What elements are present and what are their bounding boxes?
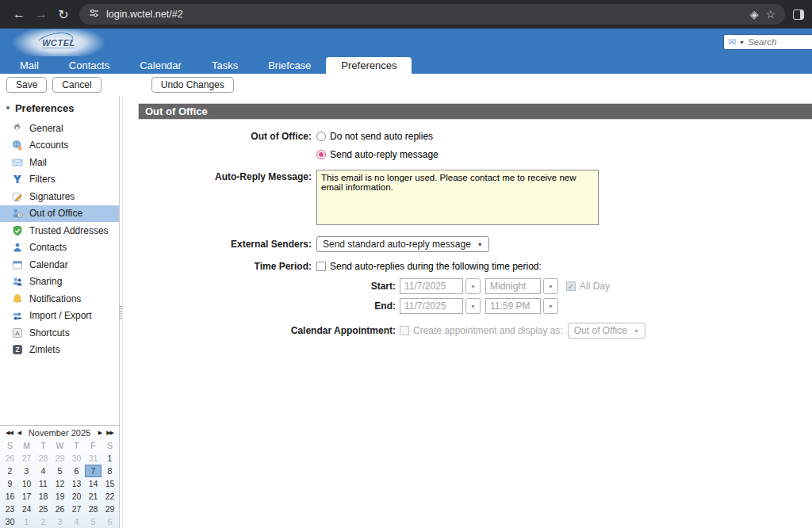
sidebar-tree-header[interactable]: ▼ Preferences: [0, 96, 119, 120]
sidebar-item-notifications[interactable]: Notifications: [0, 290, 119, 308]
url-text[interactable]: login.wctel.net/#2: [106, 9, 743, 20]
calendar-prev-month-icon[interactable]: ◀: [15, 430, 23, 436]
calendar-day[interactable]: 17: [18, 490, 35, 503]
calendar-day[interactable]: 2: [35, 515, 52, 528]
calendar-day[interactable]: 25: [35, 503, 52, 515]
tab-tasks[interactable]: Tasks: [197, 57, 253, 74]
calendar-day[interactable]: 28: [85, 503, 102, 515]
sidebar-item-signatures[interactable]: Signatures: [0, 188, 119, 205]
resize-grip-icon[interactable]: [120, 306, 122, 320]
radio-do-not-send[interactable]: [316, 132, 326, 141]
sidebar-resize-handle[interactable]: [119, 96, 123, 528]
calendar-day[interactable]: 3: [52, 515, 68, 528]
calendar-day[interactable]: 19: [52, 490, 68, 503]
bookmark-star-icon[interactable]: ☆: [765, 8, 776, 21]
calendar-day[interactable]: 6: [68, 465, 85, 477]
calendar-next-year-icon[interactable]: ▶▶: [104, 430, 116, 436]
save-button[interactable]: Save: [6, 77, 47, 93]
sidebar-item-zimlets[interactable]: Z Zimlets: [0, 342, 119, 359]
calendar-day[interactable]: 29: [52, 452, 68, 465]
calendar-day[interactable]: 9: [2, 477, 18, 490]
sidebar-item-accounts[interactable]: Accounts: [0, 137, 119, 155]
calendar-day[interactable]: 15: [102, 477, 118, 490]
external-senders-dropdown[interactable]: Send standard auto-reply message ▼: [316, 236, 489, 252]
create-appointment-checkbox[interactable]: [400, 326, 409, 335]
calendar-day[interactable]: 21: [85, 490, 102, 503]
back-arrow-icon[interactable]: ←: [8, 7, 30, 21]
calendar-next-month-icon[interactable]: ▶: [96, 430, 104, 436]
undo-changes-button[interactable]: Undo Changes: [151, 77, 234, 93]
all-day-checkbox[interactable]: ✓: [566, 281, 576, 291]
reload-icon[interactable]: ↻: [52, 7, 75, 22]
sidebar-item-shortcuts[interactable]: A Shortcuts: [0, 324, 119, 342]
search-scope-dropdown-icon[interactable]: ▼: [739, 40, 745, 45]
calendar-day[interactable]: 18: [35, 490, 52, 503]
reading-mode-icon[interactable]: ◈: [750, 8, 759, 21]
calendar-day[interactable]: 1: [102, 452, 118, 465]
address-bar[interactable]: login.wctel.net/#2 ◈ ☆: [79, 4, 785, 25]
calendar-day[interactable]: 14: [85, 477, 102, 490]
calendar-day[interactable]: 11: [35, 477, 52, 490]
calendar-day[interactable]: 23: [2, 503, 18, 515]
calendar-day[interactable]: 13: [68, 477, 85, 490]
calendar-day[interactable]: 28: [35, 452, 52, 465]
tab-mail[interactable]: Mail: [5, 57, 54, 74]
calendar-day[interactable]: 3: [18, 465, 35, 477]
sidebar-item-sharing[interactable]: Sharing: [0, 274, 119, 291]
end-date-input[interactable]: [400, 298, 463, 314]
calendar-day[interactable]: 10: [18, 477, 35, 490]
end-time-dropdown-icon[interactable]: ▼: [543, 298, 558, 314]
tab-contacts[interactable]: Contacts: [54, 57, 124, 74]
calendar-day-selected[interactable]: 7: [85, 465, 102, 477]
display-as-dropdown[interactable]: Out of Office ▼: [568, 323, 645, 339]
end-date-dropdown-icon[interactable]: ▼: [465, 298, 481, 314]
calendar-day[interactable]: 30: [68, 452, 85, 465]
start-date-dropdown-icon[interactable]: ▼: [465, 278, 481, 294]
calendar-day[interactable]: 27: [68, 503, 85, 515]
search-box[interactable]: ✉ ▼: [723, 34, 812, 50]
tab-calendar[interactable]: Calendar: [124, 57, 197, 74]
sidebar-item-calendar[interactable]: Calendar: [0, 256, 119, 274]
start-time-input[interactable]: [485, 278, 541, 294]
calendar-day[interactable]: 1: [18, 515, 35, 528]
calendar-day[interactable]: 24: [18, 503, 35, 515]
auto-reply-textarea[interactable]: This email is no longer used. Please con…: [316, 170, 599, 225]
time-period-checkbox[interactable]: [316, 262, 326, 271]
calendar-day[interactable]: 4: [68, 515, 85, 528]
calendar-day[interactable]: 26: [52, 503, 68, 515]
sidebar-item-import-export[interactable]: Import / Export: [0, 308, 119, 325]
radio-send-auto-reply[interactable]: [316, 150, 326, 159]
sidebar-item-general[interactable]: General: [0, 120, 119, 137]
radio-do-not-send-label[interactable]: Do not send auto replies: [330, 131, 433, 142]
sidebar-item-trusted-addresses[interactable]: Trusted Addresses: [0, 222, 119, 239]
side-panel-icon[interactable]: [793, 10, 804, 20]
tab-briefcase[interactable]: Briefcase: [253, 57, 326, 74]
end-time-input[interactable]: [485, 298, 541, 314]
calendar-prev-year-icon[interactable]: ◀◀: [3, 430, 15, 436]
calendar-day[interactable]: 27: [18, 452, 35, 465]
mail-search-scope-icon[interactable]: ✉: [728, 37, 736, 47]
sidebar-item-mail[interactable]: Mail: [0, 154, 119, 171]
search-input[interactable]: [748, 37, 812, 47]
radio-send-auto-reply-label[interactable]: Send auto-reply message: [330, 149, 439, 160]
tree-collapse-icon[interactable]: ▼: [5, 105, 11, 112]
sidebar-item-contacts[interactable]: Contacts: [0, 239, 119, 257]
calendar-day[interactable]: 16: [2, 490, 18, 503]
cancel-button[interactable]: Cancel: [52, 77, 101, 93]
tab-preferences[interactable]: Preferences: [326, 57, 412, 74]
start-date-input[interactable]: [400, 278, 463, 294]
calendar-month-title[interactable]: November 2025: [23, 428, 96, 438]
calendar-day[interactable]: 20: [68, 490, 85, 503]
calendar-day[interactable]: 31: [85, 452, 102, 465]
calendar-day[interactable]: 5: [85, 515, 102, 528]
calendar-day[interactable]: 6: [102, 515, 118, 528]
calendar-day[interactable]: 4: [35, 465, 52, 477]
calendar-day[interactable]: 8: [102, 465, 118, 477]
forward-arrow-icon[interactable]: →: [30, 7, 52, 21]
calendar-day[interactable]: 29: [102, 503, 118, 515]
calendar-day[interactable]: 2: [2, 465, 18, 477]
calendar-day[interactable]: 30: [2, 515, 18, 528]
calendar-day[interactable]: 26: [2, 452, 18, 465]
site-settings-icon[interactable]: [89, 8, 99, 21]
start-time-dropdown-icon[interactable]: ▼: [543, 278, 558, 294]
